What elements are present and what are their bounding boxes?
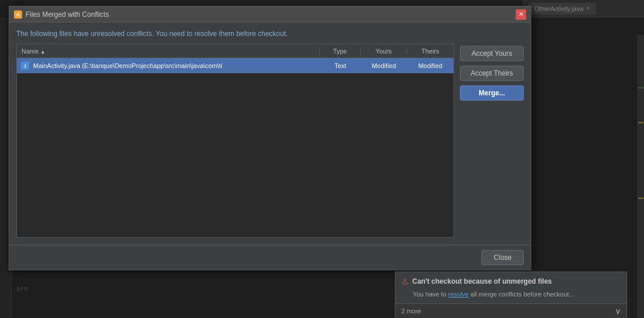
dialog-close-button[interactable]: ✕ <box>516 9 526 20</box>
th-name: Name▲ <box>17 48 320 55</box>
th-theirs: Theirs <box>407 48 454 55</box>
notification-collapse-icon[interactable]: ∨ <box>615 306 621 316</box>
notification-footer: 2 more ∨ <box>395 303 627 318</box>
cell-theirs: Modified <box>407 62 454 69</box>
cell-yours: Modified <box>361 62 407 69</box>
dialog-icon-label: A <box>16 12 20 17</box>
notification-resolve-link[interactable]: resolve <box>448 291 469 298</box>
java-file-icon: J <box>19 60 31 72</box>
th-type: Type <box>320 48 361 55</box>
close-button[interactable]: Close <box>481 250 524 265</box>
accept-yours-button[interactable]: Accept Yours <box>460 46 524 61</box>
dialog-title: Files Merged with Conflicts <box>26 10 109 19</box>
file-table: Name▲ Type Yours Theirs J MainActivity.j… <box>16 44 454 238</box>
notification-body-after: all merge conflicts before checkout... <box>469 291 574 298</box>
file-table-header: Name▲ Type Yours Theirs <box>17 44 454 58</box>
dialog-content: Name▲ Type Yours Theirs J MainActivity.j… <box>16 44 524 238</box>
cell-name: MainActivity.java (E:\tianque\DemoProjec… <box>31 62 320 69</box>
notification-body: You have to resolve all merge conflicts … <box>395 288 627 304</box>
dialog-footer: Close <box>9 245 531 270</box>
notification-header: ⚠ Can't checkout because of unmerged fil… <box>395 272 627 288</box>
dialog-body: The following files have unresolved conf… <box>9 23 531 245</box>
accept-theirs-button[interactable]: Accept Theirs <box>460 66 524 81</box>
sort-arrow: ▲ <box>40 49 45 55</box>
merge-button[interactable]: Merge... <box>460 85 524 101</box>
files-merged-dialog: A Files Merged with Conflicts ✕ The foll… <box>9 6 531 270</box>
notification-toast: ⚠ Can't checkout because of unmerged fil… <box>395 271 627 319</box>
action-buttons: Accept Yours Accept Theirs Merge... <box>460 44 524 238</box>
dialog-info-text: The following files have unresolved conf… <box>16 30 524 38</box>
error-icon: ⚠ <box>401 277 409 286</box>
table-row[interactable]: J MainActivity.java (E:\tianque\DemoProj… <box>17 58 454 73</box>
notification-more: 2 more <box>401 308 421 315</box>
dialog-titlebar: A Files Merged with Conflicts ✕ <box>9 6 531 23</box>
dialog-app-icon: A <box>14 10 22 19</box>
cell-type: Text <box>320 62 361 69</box>
notification-body-before: You have to <box>413 291 448 298</box>
file-table-body: J MainActivity.java (E:\tianque\DemoProj… <box>17 58 454 237</box>
th-yours: Yours <box>361 48 407 55</box>
notification-title: Can't checkout because of unmerged files <box>412 277 552 285</box>
dialog-titlebar-left: A Files Merged with Conflicts <box>14 10 109 19</box>
